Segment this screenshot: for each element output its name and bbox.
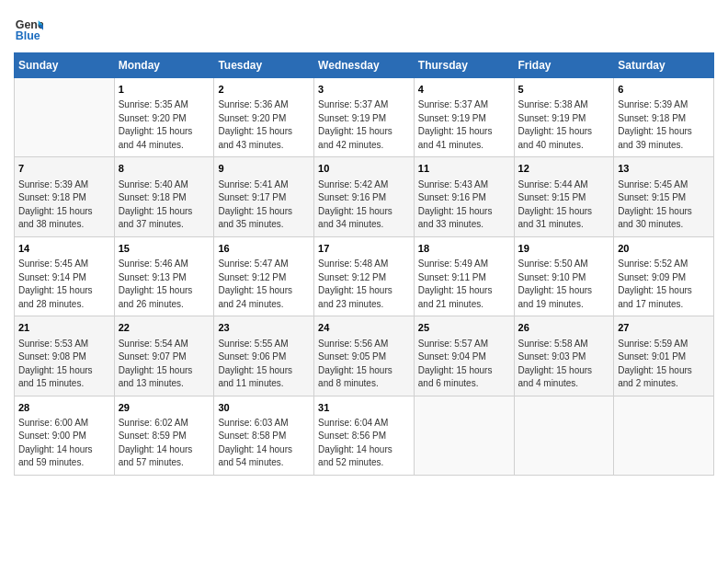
day-cell: 5Sunrise: 5:38 AM Sunset: 9:19 PM Daylig… <box>514 78 614 157</box>
week-row-5: 28Sunrise: 6:00 AM Sunset: 9:00 PM Dayli… <box>15 396 714 475</box>
day-cell: 14Sunrise: 5:45 AM Sunset: 9:14 PM Dayli… <box>15 236 115 316</box>
day-number: 4 <box>418 83 510 97</box>
col-header-saturday: Saturday <box>614 53 714 78</box>
day-info: Sunrise: 5:41 AM Sunset: 9:17 PM Dayligh… <box>218 178 310 232</box>
day-number: 5 <box>518 83 610 97</box>
day-info: Sunrise: 5:52 AM Sunset: 9:09 PM Dayligh… <box>618 258 710 311</box>
week-row-3: 14Sunrise: 5:45 AM Sunset: 9:14 PM Dayli… <box>15 236 714 316</box>
day-number: 30 <box>218 401 310 415</box>
day-info: Sunrise: 5:55 AM Sunset: 9:06 PM Dayligh… <box>218 338 310 391</box>
day-cell: 9Sunrise: 5:41 AM Sunset: 9:17 PM Daylig… <box>214 157 314 236</box>
day-info: Sunrise: 5:47 AM Sunset: 9:12 PM Dayligh… <box>218 258 310 311</box>
col-header-thursday: Thursday <box>414 53 514 78</box>
day-info: Sunrise: 5:38 AM Sunset: 9:19 PM Dayligh… <box>518 98 610 152</box>
day-cell: 12Sunrise: 5:44 AM Sunset: 9:15 PM Dayli… <box>514 157 614 236</box>
day-cell: 24Sunrise: 5:56 AM Sunset: 9:05 PM Dayli… <box>314 316 415 396</box>
day-cell: 22Sunrise: 5:54 AM Sunset: 9:07 PM Dayli… <box>114 316 214 396</box>
day-info: Sunrise: 5:58 AM Sunset: 9:03 PM Dayligh… <box>518 338 610 391</box>
day-info: Sunrise: 6:02 AM Sunset: 8:59 PM Dayligh… <box>119 417 210 470</box>
day-cell: 30Sunrise: 6:03 AM Sunset: 8:58 PM Dayli… <box>214 396 314 475</box>
day-number: 21 <box>18 321 110 335</box>
day-number: 17 <box>318 242 410 256</box>
day-number: 31 <box>318 401 410 415</box>
day-number: 3 <box>318 83 410 97</box>
day-info: Sunrise: 5:46 AM Sunset: 9:13 PM Dayligh… <box>119 258 210 311</box>
logo: General Blue <box>14 14 47 43</box>
day-info: Sunrise: 5:45 AM Sunset: 9:15 PM Dayligh… <box>618 178 710 232</box>
day-number: 11 <box>418 162 510 176</box>
day-number: 20 <box>618 242 710 256</box>
week-row-4: 21Sunrise: 5:53 AM Sunset: 9:08 PM Dayli… <box>15 316 714 396</box>
day-info: Sunrise: 5:57 AM Sunset: 9:04 PM Dayligh… <box>418 338 510 391</box>
day-number: 24 <box>318 321 410 335</box>
day-number: 23 <box>218 321 310 335</box>
day-info: Sunrise: 5:40 AM Sunset: 9:18 PM Dayligh… <box>119 178 210 232</box>
day-info: Sunrise: 5:36 AM Sunset: 9:20 PM Dayligh… <box>218 98 310 152</box>
calendar-table: SundayMondayTuesdayWednesdayThursdayFrid… <box>14 52 714 476</box>
logo-icon: General Blue <box>14 14 43 43</box>
day-cell: 21Sunrise: 5:53 AM Sunset: 9:08 PM Dayli… <box>15 316 115 396</box>
day-cell: 7Sunrise: 5:39 AM Sunset: 9:18 PM Daylig… <box>15 157 115 236</box>
day-info: Sunrise: 5:53 AM Sunset: 9:08 PM Dayligh… <box>18 338 110 391</box>
day-number: 19 <box>518 242 610 256</box>
week-row-1: 1Sunrise: 5:35 AM Sunset: 9:20 PM Daylig… <box>15 78 714 157</box>
day-cell: 20Sunrise: 5:52 AM Sunset: 9:09 PM Dayli… <box>614 236 714 316</box>
col-header-sunday: Sunday <box>15 53 115 78</box>
day-info: Sunrise: 6:04 AM Sunset: 8:56 PM Dayligh… <box>318 417 410 470</box>
day-cell: 31Sunrise: 6:04 AM Sunset: 8:56 PM Dayli… <box>314 396 415 475</box>
day-info: Sunrise: 5:39 AM Sunset: 9:18 PM Dayligh… <box>618 98 710 152</box>
day-cell: 23Sunrise: 5:55 AM Sunset: 9:06 PM Dayli… <box>214 316 314 396</box>
day-number: 1 <box>119 83 210 97</box>
page-header: General Blue <box>14 14 714 43</box>
day-cell: 25Sunrise: 5:57 AM Sunset: 9:04 PM Dayli… <box>414 316 514 396</box>
day-number: 8 <box>119 162 210 176</box>
week-row-2: 7Sunrise: 5:39 AM Sunset: 9:18 PM Daylig… <box>15 157 714 236</box>
day-cell: 29Sunrise: 6:02 AM Sunset: 8:59 PM Dayli… <box>114 396 214 475</box>
day-info: Sunrise: 5:39 AM Sunset: 9:18 PM Dayligh… <box>18 178 110 232</box>
day-number: 29 <box>119 401 210 415</box>
day-number: 14 <box>18 242 110 256</box>
day-info: Sunrise: 5:44 AM Sunset: 9:15 PM Dayligh… <box>518 178 610 232</box>
day-number: 7 <box>18 162 110 176</box>
day-cell: 16Sunrise: 5:47 AM Sunset: 9:12 PM Dayli… <box>214 236 314 316</box>
day-cell: 15Sunrise: 5:46 AM Sunset: 9:13 PM Dayli… <box>114 236 214 316</box>
day-number: 25 <box>418 321 510 335</box>
day-info: Sunrise: 5:50 AM Sunset: 9:10 PM Dayligh… <box>518 258 610 311</box>
day-number: 12 <box>518 162 610 176</box>
day-cell: 18Sunrise: 5:49 AM Sunset: 9:11 PM Dayli… <box>414 236 514 316</box>
col-header-wednesday: Wednesday <box>314 53 415 78</box>
day-cell: 26Sunrise: 5:58 AM Sunset: 9:03 PM Dayli… <box>514 316 614 396</box>
day-number: 27 <box>618 321 710 335</box>
day-cell: 13Sunrise: 5:45 AM Sunset: 9:15 PM Dayli… <box>614 157 714 236</box>
day-number: 13 <box>618 162 710 176</box>
day-info: Sunrise: 5:56 AM Sunset: 9:05 PM Dayligh… <box>318 338 410 391</box>
day-info: Sunrise: 5:59 AM Sunset: 9:01 PM Dayligh… <box>618 338 710 391</box>
day-info: Sunrise: 5:42 AM Sunset: 9:16 PM Dayligh… <box>318 178 410 232</box>
day-cell <box>15 78 115 157</box>
day-cell: 6Sunrise: 5:39 AM Sunset: 9:18 PM Daylig… <box>614 78 714 157</box>
day-cell: 11Sunrise: 5:43 AM Sunset: 9:16 PM Dayli… <box>414 157 514 236</box>
day-cell: 3Sunrise: 5:37 AM Sunset: 9:19 PM Daylig… <box>314 78 415 157</box>
day-cell: 19Sunrise: 5:50 AM Sunset: 9:10 PM Dayli… <box>514 236 614 316</box>
day-cell: 4Sunrise: 5:37 AM Sunset: 9:19 PM Daylig… <box>414 78 514 157</box>
header-row: SundayMondayTuesdayWednesdayThursdayFrid… <box>15 53 714 78</box>
day-number: 15 <box>119 242 210 256</box>
day-info: Sunrise: 5:48 AM Sunset: 9:12 PM Dayligh… <box>318 258 410 311</box>
day-cell <box>414 396 514 475</box>
day-cell: 8Sunrise: 5:40 AM Sunset: 9:18 PM Daylig… <box>114 157 214 236</box>
day-info: Sunrise: 5:54 AM Sunset: 9:07 PM Dayligh… <box>119 338 210 391</box>
day-cell: 2Sunrise: 5:36 AM Sunset: 9:20 PM Daylig… <box>214 78 314 157</box>
day-number: 18 <box>418 242 510 256</box>
col-header-tuesday: Tuesday <box>214 53 314 78</box>
col-header-friday: Friday <box>514 53 614 78</box>
day-info: Sunrise: 5:49 AM Sunset: 9:11 PM Dayligh… <box>418 258 510 311</box>
day-info: Sunrise: 6:00 AM Sunset: 9:00 PM Dayligh… <box>18 417 110 470</box>
day-number: 22 <box>119 321 210 335</box>
day-info: Sunrise: 5:45 AM Sunset: 9:14 PM Dayligh… <box>18 258 110 311</box>
day-cell <box>614 396 714 475</box>
day-cell: 17Sunrise: 5:48 AM Sunset: 9:12 PM Dayli… <box>314 236 415 316</box>
day-cell: 27Sunrise: 5:59 AM Sunset: 9:01 PM Dayli… <box>614 316 714 396</box>
day-number: 6 <box>618 83 710 97</box>
day-info: Sunrise: 6:03 AM Sunset: 8:58 PM Dayligh… <box>218 417 310 470</box>
day-number: 26 <box>518 321 610 335</box>
